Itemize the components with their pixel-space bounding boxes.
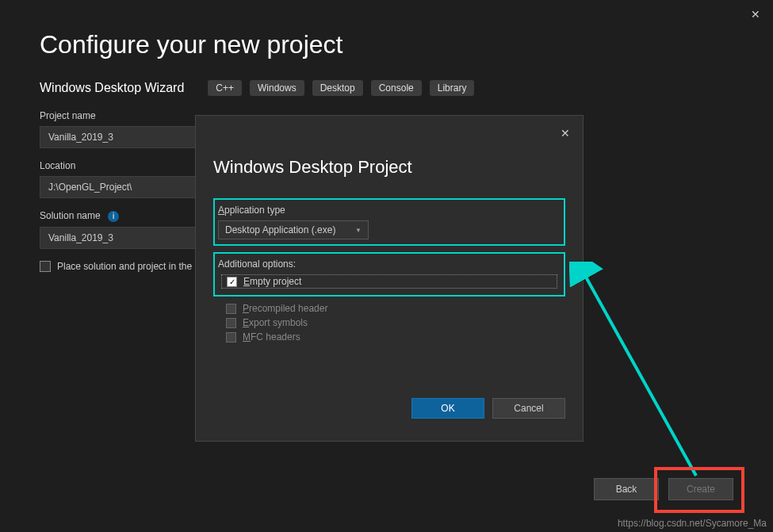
precompiled-checkbox — [226, 304, 236, 314]
wizard-row: Windows Desktop Wizard C++ Windows Deskt… — [40, 80, 733, 96]
dialog-close-icon[interactable]: ✕ — [561, 127, 570, 140]
empty-project-checkbox[interactable]: ✓ — [227, 277, 237, 287]
tag-cpp: C++ — [208, 80, 242, 96]
app-type-label: Application type — [218, 205, 561, 216]
export-checkbox — [226, 318, 236, 328]
export-row: Export symbols — [220, 316, 565, 330]
tag-console: Console — [371, 80, 422, 96]
back-button[interactable]: Back — [594, 478, 659, 500]
bottom-buttons: Back Create — [594, 478, 733, 500]
mfc-checkbox — [226, 332, 236, 343]
mfc-row: MFC headers — [220, 330, 565, 344]
tag-windows: Windows — [250, 80, 304, 96]
wizard-title: Windows Desktop Wizard — [40, 81, 184, 95]
same-directory-checkbox[interactable] — [40, 261, 51, 272]
dialog-buttons: OK Cancel — [213, 398, 565, 419]
app-type-highlight: Application type Desktop Application (.e… — [213, 198, 565, 246]
watermark: https://blog.csdn.net/Sycamore_Ma — [618, 518, 767, 529]
additional-options-highlight: Additional options: ✓ Empty project — [213, 252, 565, 297]
export-label: Export symbols — [243, 317, 308, 328]
ok-button[interactable]: OK — [411, 398, 484, 419]
close-icon[interactable]: ✕ — [751, 8, 760, 21]
cancel-button[interactable]: Cancel — [492, 398, 565, 419]
page-title: Configure your new project — [40, 30, 733, 59]
empty-project-row[interactable]: ✓ Empty project — [221, 274, 557, 289]
precompiled-row: Precompiled header — [220, 301, 565, 316]
empty-project-label: Empty project — [243, 276, 301, 287]
additional-options-label: Additional options: — [218, 258, 561, 270]
mfc-label: MFC headers — [243, 331, 300, 343]
dialog-title: Windows Desktop Project — [213, 157, 565, 178]
precompiled-label: Precompiled header — [243, 303, 327, 314]
create-button[interactable]: Create — [668, 478, 733, 500]
chevron-down-icon: ▼ — [355, 227, 362, 234]
tag-library: Library — [430, 80, 475, 96]
app-type-value: Desktop Application (.exe) — [225, 224, 335, 235]
desktop-project-dialog: ✕ Windows Desktop Project Application ty… — [195, 115, 584, 442]
dialog-body: Windows Desktop Project Application type… — [196, 116, 583, 441]
app-type-dropdown[interactable]: Desktop Application (.exe) ▼ — [218, 220, 369, 239]
tag-desktop: Desktop — [312, 80, 363, 96]
info-icon[interactable]: i — [108, 211, 119, 222]
